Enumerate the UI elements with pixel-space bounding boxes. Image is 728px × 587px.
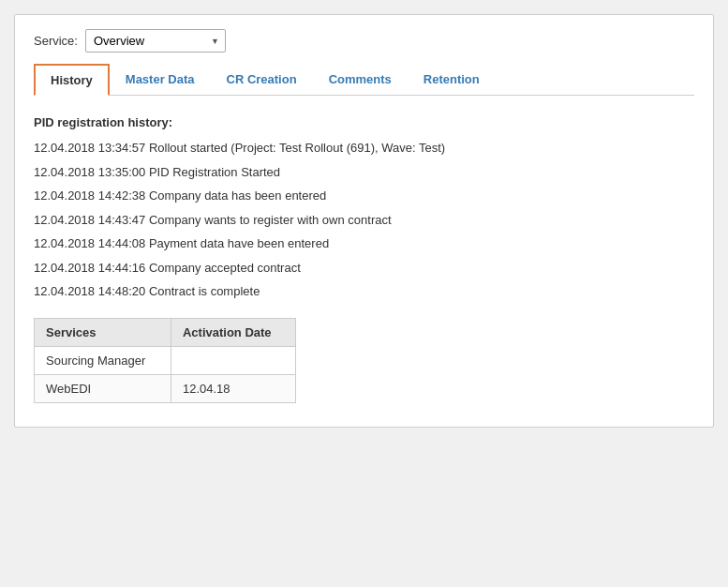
table-header-row: Services Activation Date (35, 318, 296, 346)
outer-container: Service: Overview History Master Data CR… (0, 0, 728, 587)
cell-service-0: Sourcing Manager (35, 346, 171, 374)
history-title: PID registration history: (34, 115, 694, 129)
col-header-activation-date: Activation Date (171, 318, 295, 346)
history-entry-0: 12.04.2018 13:34:57 Rollout started (Pro… (34, 139, 694, 158)
tab-history[interactable]: History (34, 64, 110, 96)
history-entry-6: 12.04.2018 14:48:20 Contract is complete (34, 282, 694, 301)
main-card: Service: Overview History Master Data CR… (14, 14, 714, 428)
tab-retention[interactable]: Retention (408, 64, 496, 96)
table-row: Sourcing Manager (35, 346, 296, 374)
tab-cr-creation[interactable]: CR Creation (211, 64, 313, 96)
history-entry-4: 12.04.2018 14:44:08 Payment data have be… (34, 234, 694, 253)
service-select-wrapper[interactable]: Overview (85, 29, 226, 53)
history-entry-1: 12.04.2018 13:35:00 PID Registration Sta… (34, 163, 694, 182)
cell-service-1: WebEDI (35, 374, 171, 402)
history-entry-2: 12.04.2018 14:42:38 Company data has bee… (34, 187, 694, 205)
cell-activation-0 (171, 346, 295, 374)
service-label: Service: (34, 34, 78, 48)
history-entry-5: 12.04.2018 14:44:16 Company accepted con… (34, 259, 694, 278)
history-entry-3: 12.04.2018 14:43:47 Company wants to reg… (34, 211, 694, 230)
col-header-services: Services (35, 318, 171, 346)
table-row: WebEDI 12.04.18 (35, 374, 296, 402)
services-table: Services Activation Date Sourcing Manage… (34, 318, 296, 403)
service-row: Service: Overview (34, 29, 694, 53)
content-area: PID registration history: 12.04.2018 13:… (34, 111, 694, 408)
cell-activation-1: 12.04.18 (171, 374, 295, 402)
tabs-bar: History Master Data CR Creation Comments… (34, 64, 694, 96)
service-select[interactable]: Overview (85, 29, 226, 53)
tab-master-data[interactable]: Master Data (110, 64, 211, 96)
tab-comments[interactable]: Comments (313, 64, 408, 96)
